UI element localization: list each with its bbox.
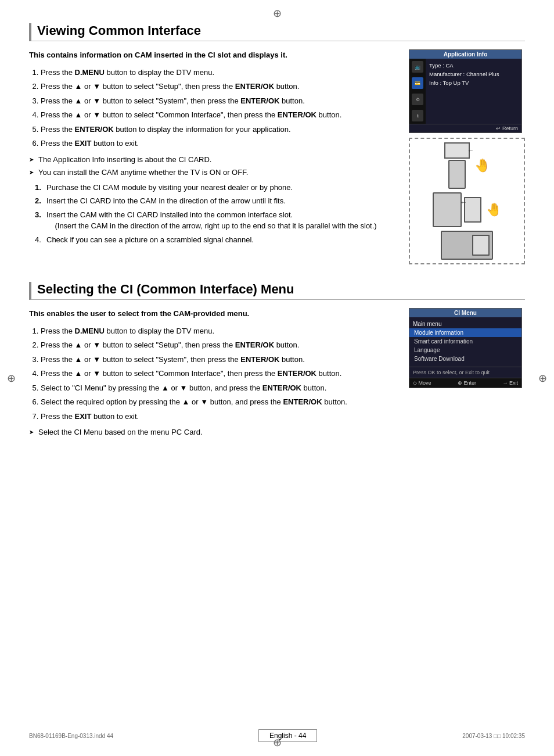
- crosshair-bottom-icon: ⊕: [273, 736, 282, 749]
- cam-diagrams: ← 🤚 ← 🤚: [409, 138, 525, 264]
- cam-hand-icon-2: 🤚: [486, 202, 502, 217]
- app-info-icons: 📺 💳 ⚙ ℹ: [409, 59, 426, 124]
- app-info-type: Type : CA: [429, 61, 518, 70]
- app-info-title: Application Info: [409, 50, 521, 59]
- section2-text-col: This enables the user to select from the…: [29, 308, 397, 442]
- ci-step-2: Press the ▲ or ▼ button to select "Setup…: [41, 339, 397, 351]
- ci-menu-footer: ◇ Move ⊕ Enter → Exit: [409, 378, 521, 388]
- section-selecting-ci-menu: Selecting the CI (Common Interface) Menu…: [29, 282, 525, 442]
- crosshair-left-icon: ⊕: [7, 372, 16, 385]
- section1-img-col: Application Info 📺 💳 ⚙ ℹ Type : CA Manuf…: [409, 49, 525, 264]
- section1-steps: Press the D.MENU button to display the D…: [29, 67, 397, 149]
- crosshair-right-icon: ⊕: [538, 372, 547, 385]
- note-1: The Application Info inserting is about …: [29, 154, 397, 166]
- step-6: Press the EXIT button to exit.: [41, 138, 397, 149]
- step-3: Press the ▲ or ▼ button to select "Syste…: [41, 95, 397, 107]
- icon-card-active: 💳: [412, 77, 423, 89]
- note-2: You can install the CAM anytime whether …: [29, 167, 397, 178]
- icon-settings: ⚙: [412, 94, 423, 105]
- ci-menu-press-note: Press OK to select, or Exit to quit: [409, 367, 521, 378]
- crosshair-top-icon: ⊕: [273, 7, 282, 20]
- page: ⊕ ⊕ ⊕ Viewing Common Interface This cont…: [0, 0, 554, 756]
- section1-body: This contains information on CAM inserte…: [29, 49, 525, 264]
- step-4: Press the ▲ or ▼ button to select "Commo…: [41, 109, 397, 121]
- section2-body: This enables the user to select from the…: [29, 308, 525, 442]
- section2-intro: This enables the user to select from the…: [29, 308, 397, 320]
- app-info-return: ↩ Return: [409, 124, 521, 132]
- footer-page-label: English - 44: [258, 729, 317, 742]
- ci-step-5: Select to "CI Menu" by pressing the ▲ or…: [41, 382, 397, 394]
- footer-doc: BN68-01169B-Eng-0313.indd 44: [29, 733, 113, 739]
- ci-menu-item-1: Smart card information: [409, 337, 521, 346]
- ci-menu-item-2: Language: [409, 346, 521, 354]
- icon-tv: 📺: [412, 61, 423, 73]
- section2-img-col: CI Menu Main menu Module information Sma…: [409, 308, 525, 388]
- app-info-box: Application Info 📺 💳 ⚙ ℹ Type : CA Manuf…: [409, 49, 522, 133]
- ci-menu-items: Main menu Module information Smart card …: [409, 317, 521, 366]
- cam-diagram-3: [413, 231, 520, 260]
- ci-footer-enter: ⊕ Enter: [458, 380, 476, 386]
- section1-notes: The Application Info inserting is about …: [29, 154, 397, 178]
- section1-substeps: 1.Purchase the CI CAM module by visiting…: [29, 182, 397, 246]
- substep-2: 2.Insert the CI CARD into the CAM in the…: [35, 195, 397, 207]
- cam-diagram-2: ← 🤚: [413, 192, 520, 227]
- section-viewing-common-interface: Viewing Common Interface This contains i…: [29, 23, 525, 264]
- step-1: Press the D.MENU button to display the D…: [41, 67, 397, 78]
- app-info-info: Info : Top Up TV: [429, 78, 518, 87]
- section2-steps: Press the D.MENU button to display the D…: [29, 325, 397, 422]
- ci-step-6: Select the required option by pressing t…: [41, 396, 397, 408]
- ci-menu-title: CI Menu: [409, 309, 521, 317]
- footer-date: 2007-03-13 □□ 10:02:35: [462, 733, 525, 739]
- ci-step-3: Press the ▲ or ▼ button to select "Syste…: [41, 354, 397, 366]
- substep-3: 3.Insert the CAM with the CI CARD instal…: [35, 209, 397, 232]
- ci-footer-exit: → Exit: [502, 380, 518, 386]
- section1-intro: This contains information on CAM inserte…: [29, 49, 397, 61]
- app-info-manufacturer: Manufacturer : Channel Plus: [429, 70, 518, 78]
- section2-note: Select the CI Menu based on the menu PC …: [29, 427, 397, 438]
- section1-text-col: This contains information on CAM inserte…: [29, 49, 397, 248]
- app-info-sidebar: 📺 💳 ⚙ ℹ Type : CA Manufacturer : Channel…: [409, 59, 521, 124]
- ci-menu-box: CI Menu Main menu Module information Sma…: [409, 308, 522, 388]
- step-5: Press the ENTER/OK button to display the…: [41, 124, 397, 135]
- substep-1: 1.Purchase the CI CAM module by visiting…: [35, 182, 397, 194]
- ci-note: Select the CI Menu based on the menu PC …: [29, 427, 397, 438]
- ci-step-1: Press the D.MENU button to display the D…: [41, 325, 397, 337]
- ci-step-4: Press the ▲ or ▼ button to select "Commo…: [41, 368, 397, 379]
- ci-menu-item-3: Software Download: [409, 354, 521, 363]
- icon-info: ℹ: [412, 110, 423, 121]
- cam-hand-icon-1: 🤚: [474, 158, 490, 173]
- ci-step-7: Press the EXIT button to exit.: [41, 411, 397, 422]
- app-info-content: Type : CA Manufacturer : Channel Plus In…: [426, 59, 521, 124]
- cam-diagram-1: ← 🤚: [413, 142, 520, 189]
- section2-title: Selecting the CI (Common Interface) Menu: [29, 282, 525, 300]
- ci-footer-move: ◇ Move: [413, 380, 431, 386]
- ci-menu-item-0: Module information: [409, 328, 521, 337]
- ci-menu-main: Main menu: [409, 320, 521, 328]
- section1-title: Viewing Common Interface: [29, 23, 525, 41]
- step-2: Press the ▲ or ▼ button to select "Setup…: [41, 81, 397, 92]
- substep-4: 4. Check if you can see a picture on a s…: [35, 234, 397, 246]
